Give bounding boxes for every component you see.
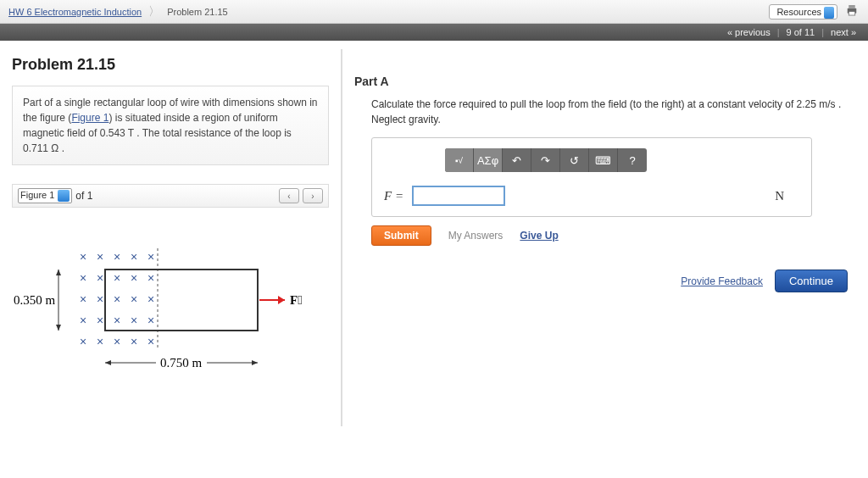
figure-width-label: 0.750 m: [160, 356, 203, 370]
print-icon[interactable]: [844, 3, 860, 20]
svg-text:×: ×: [114, 292, 120, 306]
my-answers-link[interactable]: My Answers: [448, 230, 504, 242]
svg-text:×: ×: [147, 335, 154, 348]
svg-text:×: ×: [114, 335, 120, 348]
submit-button[interactable]: Submit: [371, 225, 431, 246]
nav-position: 9 of 11: [787, 27, 815, 37]
keyboard-icon[interactable]: ⌨: [589, 148, 618, 172]
svg-text:×: ×: [131, 250, 137, 264]
give-up-link[interactable]: Give Up: [520, 230, 558, 242]
svg-text:×: ×: [147, 314, 154, 327]
breadcrumb-current: Problem 21.15: [167, 7, 228, 17]
problem-description: Part of a single rectangular loop of wir…: [12, 86, 329, 165]
nav-previous[interactable]: « previous: [727, 27, 771, 37]
figure-select-label: Figure 1: [20, 190, 54, 200]
svg-marker-36: [105, 360, 111, 365]
provide-feedback-link[interactable]: Provide Feedback: [681, 275, 763, 287]
force-vector-label: F⃗: [290, 293, 303, 307]
figure-selector-bar: Figure 1 of 1 ‹ ›: [12, 184, 329, 208]
nav-divider: |: [821, 27, 824, 37]
svg-text:×: ×: [131, 314, 137, 327]
figure-diagram: ××××× ××××× ××××× ××××× ××××× F⃗ 0.3: [12, 223, 329, 426]
figure-next-button[interactable]: ›: [303, 188, 323, 203]
svg-marker-33: [56, 270, 61, 275]
svg-text:×: ×: [80, 250, 86, 264]
svg-text:×: ×: [97, 250, 103, 264]
figure-select[interactable]: Figure 1: [18, 188, 72, 203]
svg-rect-2: [849, 12, 855, 16]
answer-box: ▪√ ΑΣφ ↶ ↷ ↺ ⌨ ? F = N: [371, 137, 812, 217]
svg-text:×: ×: [80, 292, 86, 306]
redo-icon[interactable]: ↷: [531, 148, 560, 172]
top-bar: HW 6 Electromagnetic Induction 〉 Problem…: [0, 0, 868, 24]
breadcrumb-parent[interactable]: HW 6 Electromagnetic Induction: [8, 7, 142, 17]
svg-text:×: ×: [80, 314, 86, 327]
svg-rect-1: [849, 5, 855, 8]
problem-nav: « previous | 9 of 11 | next »: [0, 24, 868, 41]
svg-text:×: ×: [147, 271, 154, 285]
svg-text:×: ×: [97, 271, 103, 285]
problem-title: Problem 21.15: [12, 56, 329, 74]
part-a-heading: Part A: [354, 75, 856, 88]
template-tool-icon[interactable]: ▪√: [445, 148, 474, 172]
dropdown-icon: [58, 190, 70, 202]
svg-text:×: ×: [80, 335, 86, 348]
left-column: Problem 21.15 Part of a single rectangul…: [12, 49, 342, 426]
svg-text:×: ×: [97, 335, 103, 348]
svg-rect-29: [105, 270, 258, 331]
breadcrumb-separator-icon: 〉: [148, 4, 160, 19]
undo-icon[interactable]: ↶: [503, 148, 531, 172]
svg-text:×: ×: [131, 292, 137, 306]
continue-button[interactable]: Continue: [775, 270, 848, 292]
part-a-text: Calculate the force required to pull the…: [371, 97, 856, 127]
svg-text:×: ×: [131, 271, 137, 285]
svg-text:×: ×: [114, 314, 120, 327]
figure-link[interactable]: Figure 1: [71, 112, 108, 124]
svg-marker-34: [56, 325, 61, 331]
resources-dropdown[interactable]: Resources: [769, 4, 837, 19]
reset-icon[interactable]: ↺: [560, 148, 589, 172]
svg-text:×: ×: [114, 271, 120, 285]
equation-label: F =: [384, 189, 403, 203]
svg-text:×: ×: [131, 335, 137, 348]
equation-toolbar: ▪√ ΑΣφ ↶ ↷ ↺ ⌨ ?: [445, 148, 647, 172]
svg-text:×: ×: [147, 250, 154, 264]
answer-input[interactable]: [412, 186, 505, 206]
svg-text:×: ×: [97, 314, 103, 327]
svg-text:×: ×: [114, 250, 120, 264]
figure-of-text: of 1: [75, 190, 92, 202]
figure-height-label: 0.350 m: [14, 293, 56, 307]
svg-text:×: ×: [80, 271, 86, 285]
nav-next[interactable]: next »: [831, 27, 856, 37]
svg-text:×: ×: [147, 292, 154, 306]
unit-label: N: [775, 189, 784, 203]
figure-prev-button[interactable]: ‹: [279, 188, 299, 203]
svg-text:×: ×: [97, 292, 103, 306]
right-column: Part A Calculate the force required to p…: [342, 49, 856, 426]
svg-marker-31: [278, 296, 285, 304]
svg-marker-37: [252, 360, 258, 365]
greek-tool-button[interactable]: ΑΣφ: [474, 148, 503, 172]
help-icon[interactable]: ?: [618, 148, 647, 172]
nav-divider: |: [777, 27, 780, 37]
